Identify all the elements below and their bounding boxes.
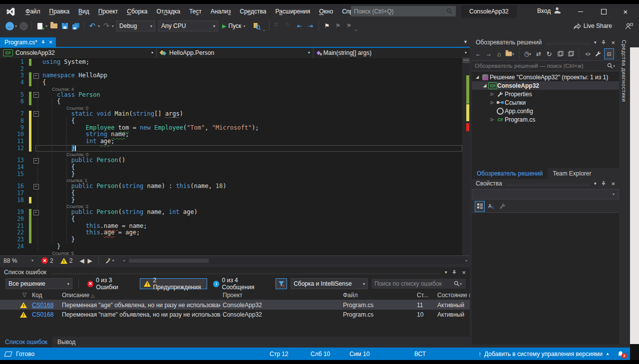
code-line-12[interactable]: 12 }	[0, 145, 462, 152]
error-code-link[interactable]: CS0168	[32, 311, 53, 318]
code-line-7[interactable]: 7− static void Main(string[] args)	[0, 111, 462, 118]
code-column-header[interactable]: Код	[30, 292, 60, 299]
search-icon[interactable]	[454, 281, 460, 287]
nested-file-icon[interactable]	[555, 49, 564, 59]
tree-item-app-config[interactable]: App.config	[472, 107, 619, 115]
document-tab-programcs[interactable]: Program.cs* ×	[0, 37, 56, 47]
prev-issue-icon[interactable]: ◀	[76, 256, 87, 265]
code-editor[interactable]: 1using System;23−namespace HelloApp4{Ссы…	[0, 58, 470, 255]
previous-bookmark-icon[interactable]: ⚑	[333, 20, 343, 31]
open-file-icon[interactable]	[49, 20, 59, 31]
suppression-column-header[interactable]: Состояние подавлени	[435, 292, 470, 299]
editor-vertical-scrollbar[interactable]	[462, 58, 470, 255]
pin-icon[interactable]	[601, 40, 606, 45]
code-line-23[interactable]: 23 }	[0, 236, 462, 243]
code-line-21[interactable]: 21 this.name = name;	[0, 223, 462, 230]
navbar-member-dropdown[interactable]: ◆ Main(string[] args) ▾	[314, 48, 470, 57]
forward-icon[interactable]: →	[484, 49, 493, 59]
tab-team-explorer[interactable]: Team Explorer	[548, 168, 596, 179]
errors-filter-button[interactable]: ✕ 0 из 3 Ошибки	[83, 278, 138, 289]
codelens-row[interactable]: Ссылок: 5	[0, 250, 462, 256]
editor-warnings-badge[interactable]: 2	[57, 256, 76, 265]
background-tasks-icon[interactable]	[5, 348, 11, 360]
fold-margin[interactable]: −	[31, 183, 40, 190]
line-column-header[interactable]: Ст...	[415, 292, 435, 299]
code-line-20[interactable]: 20 {	[0, 216, 462, 223]
code-line-1[interactable]: 1using System;	[0, 59, 462, 66]
close-panel-icon[interactable]: ×	[462, 269, 466, 276]
navigate-backward-dropdown-icon[interactable]: ▾	[15, 24, 17, 28]
panel-drag-handle[interactable]	[50, 272, 441, 274]
tab-diagnostic-tools[interactable]: Средства диагностики	[621, 40, 627, 102]
restore-button[interactable]	[595, 4, 612, 19]
error-row-CS0168[interactable]: CS0168Переменная "age" объявлена, но ни …	[0, 300, 470, 310]
clear-filters-button[interactable]	[276, 278, 287, 289]
chevron-expanded-icon[interactable]: ◢	[474, 75, 481, 79]
warnings-filter-button[interactable]: 2 Предупреждения	[140, 278, 207, 289]
error-row-CS0168[interactable]: CS0168Переменная "name" объявлена, но ни…	[0, 310, 470, 319]
tab-output[interactable]: Вывод	[52, 337, 80, 348]
menu-item-debug[interactable]: Отладка	[152, 6, 184, 17]
decrease-indent-icon[interactable]: ⇤	[295, 20, 305, 31]
navbar-type-dropdown[interactable]: HelloApp.Person ▾	[157, 48, 314, 57]
view-code-icon[interactable]: <>	[583, 49, 592, 59]
error-code-link[interactable]: CS0168	[32, 302, 53, 309]
increase-indent-icon[interactable]: ⇥	[306, 20, 316, 31]
code-line-6[interactable]: 6 {	[0, 98, 462, 105]
error-list-title-bar[interactable]: Список ошибок ▾ ×	[0, 267, 470, 277]
code-line-9[interactable]: 9 Employee tom = new Employee("Tom", "Mi…	[0, 125, 462, 132]
code-line-10[interactable]: 10 string name;	[0, 131, 462, 138]
refresh-icon[interactable]: ↻	[545, 49, 554, 59]
code-line-15[interactable]: 15 }	[0, 171, 462, 178]
file-column-header[interactable]: Файл	[341, 292, 415, 299]
solution-explorer-title-bar[interactable]: Обозреватель решений ▾ ×	[472, 37, 619, 47]
user-avatar-icon[interactable]	[553, 6, 562, 14]
error-source-select[interactable]: Сборка и IntelliSense▾	[291, 278, 368, 289]
close-tab-icon[interactable]: ×	[49, 39, 52, 46]
quick-search-input[interactable]: Поиск (Ctrl+Q)	[351, 6, 456, 16]
redo-icon[interactable]: ↷	[101, 20, 111, 31]
tree-item-consoleapp32[interactable]: ◢C#ConsoleApp32	[472, 81, 619, 90]
menu-item-project[interactable]: Проект	[94, 6, 123, 17]
code-line-13[interactable]: 13− public Person()	[0, 157, 462, 164]
pin-icon[interactable]	[452, 270, 457, 275]
menu-item-tools[interactable]: Средства	[235, 6, 271, 17]
property-pages-icon[interactable]	[498, 201, 507, 211]
window-position-icon[interactable]: ▾	[445, 270, 447, 275]
find-in-files-icon[interactable]	[252, 20, 262, 31]
live-share-button[interactable]: Live Share	[573, 19, 612, 33]
error-table-header[interactable]: Код Описание △ Проект Файл Ст... Состоян…	[0, 290, 470, 300]
fold-margin[interactable]: −	[31, 92, 40, 99]
pin-icon[interactable]	[601, 181, 606, 186]
chevron-collapsed-icon[interactable]: ▷	[489, 100, 496, 105]
panel-drag-handle[interactable]	[506, 183, 590, 185]
tree-item-program-cs[interactable]: ▷C#Program.cs	[472, 115, 619, 124]
code-line-18[interactable]: 18 }	[0, 197, 462, 204]
navbar-project-dropdown[interactable]: C# ConsoleApp32 ▾	[0, 48, 157, 57]
switch-views-icon[interactable]: ▾	[505, 49, 515, 59]
code-line-24[interactable]: 24 }	[0, 243, 462, 250]
new-project-icon[interactable]	[35, 20, 45, 31]
close-button[interactable]: ×	[617, 4, 634, 19]
solution-explorer-search-input[interactable]: Обозреватель решений — поиск (Ctrl+ж) ▾	[472, 61, 619, 71]
navigate-forward-icon[interactable]: →	[18, 20, 28, 31]
fold-margin[interactable]: −	[31, 111, 40, 118]
start-debug-button[interactable]: ▶ Пуск ▾	[220, 20, 248, 31]
next-bookmark-icon[interactable]: ⚑	[344, 20, 354, 31]
document-well-dropdown-icon[interactable]: ▼	[463, 39, 468, 44]
alphabetical-sort-icon[interactable]: A↓	[487, 201, 496, 211]
find-dropdown-icon[interactable]: ⌄	[262, 27, 266, 32]
properties-title-bar[interactable]: Свойства ▾ ×	[472, 179, 619, 188]
properties-object-select[interactable]: ▾	[472, 189, 619, 199]
chevron-collapsed-icon[interactable]: ▷	[489, 117, 496, 122]
error-scope-select[interactable]: Все решение▾	[5, 278, 72, 289]
fold-margin[interactable]: −	[31, 157, 40, 164]
messages-filter-button[interactable]: i 0 из 4 Сообщения	[209, 278, 274, 289]
code-line-4[interactable]: 4{	[0, 79, 462, 86]
code-line-3[interactable]: 3−namespace HelloApp	[0, 72, 462, 79]
sync-with-active-document-icon[interactable]: ⇄	[534, 49, 543, 59]
code-line-2[interactable]: 2	[0, 66, 462, 73]
tab-error-list[interactable]: Список ошибок	[0, 337, 52, 348]
project-column-header[interactable]: Проект	[221, 292, 341, 299]
search-icon[interactable]	[607, 63, 613, 69]
